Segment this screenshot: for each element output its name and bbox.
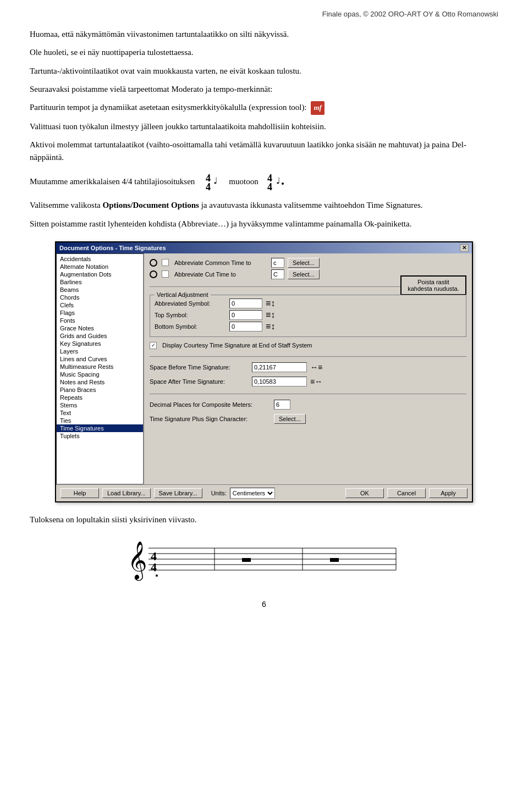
svg-rect-20 [330,558,339,562]
sidebar-item-fonts[interactable]: Fonts [57,317,143,324]
svg-text:4: 4 [151,560,157,574]
space-before-icon: ↔≡ [310,363,322,372]
sidebar-item-clefs[interactable]: Clefs [57,301,143,309]
display-courtesy-checkbox[interactable] [150,342,157,349]
ts-plus-sign-label: Time Signature Plus Sign Character: [150,416,271,422]
sidebar-item-alternate-notation[interactable]: Alternate Notation [57,263,143,270]
sidebar-item-barlines[interactable]: Barlines [57,278,143,286]
top-symbol-input[interactable] [229,310,262,320]
abbreviate-common-input[interactable] [271,258,284,268]
sidebar-item-repeats[interactable]: Repeats [57,394,143,401]
units-select[interactable]: Centimeters [230,488,275,499]
sidebar-item-text[interactable]: Text [57,409,143,417]
sidebar-item-layers[interactable]: Layers [57,347,143,355]
dialog-body: AccidentalsAlternate NotationAugmentatio… [56,253,472,484]
bottom-symbol-icon: ≡↕ [266,322,275,332]
dialog-sidebar[interactable]: AccidentalsAlternate NotationAugmentatio… [56,253,144,484]
sidebar-item-grids-and-guides[interactable]: Grids and Guides [57,332,143,340]
svg-text:𝄞: 𝄞 [128,542,147,581]
svg-text:♩: ♩ [213,176,218,185]
abbreviate-cut-checkbox[interactable] [162,270,169,278]
apply-button[interactable]: Apply [429,488,468,498]
dialog-title: Document Options - Time Signatures [59,245,166,251]
dialog-document-options: Document Options - Time Signatures ✕ Acc… [55,241,473,502]
cancel-button[interactable]: Cancel [387,488,426,498]
ok-button[interactable]: OK [345,488,384,498]
sidebar-item-time-signatures[interactable]: Time Signatures [57,424,143,432]
paragraph-4: Seuraavaksi poistamme vielä tarpeettomat… [30,83,498,96]
svg-text:4: 4 [267,181,272,191]
display-courtesy-row: Display Courtesy Time Signature at End o… [150,342,466,349]
sidebar-item-notes-and-rests[interactable]: Notes and Rests [57,378,143,386]
ts-plus-sign-select-btn[interactable]: Select... [274,414,306,424]
sidebar-item-augmentation-dots[interactable]: Augmentation Dots [57,270,143,278]
save-library-button[interactable]: Save Library... [154,488,202,498]
paragraph-7: Aktivoi molemmat tartuntalaatikot (vaiht… [30,139,498,164]
abbreviate-common-select-btn[interactable]: Select... [288,258,320,268]
abbreviate-common-label: Abbreviate Common Time to [174,259,268,266]
separator-3 [150,394,466,394]
decimal-places-label: Decimal Places for Composite Meters: [150,401,271,408]
svg-point-6 [282,183,284,185]
sidebar-item-ties[interactable]: Ties [57,417,143,424]
ts-plus-sign-row: Time Signature Plus Sign Character: Sele… [150,414,466,424]
sidebar-item-accidentals[interactable]: Accidentals [57,255,143,263]
bottom-symbol-input[interactable] [229,322,262,332]
space-after-input[interactable] [252,377,307,386]
space-after-row: Space After Time Signature: ≡↔ [150,377,466,386]
sidebar-item-grace-notes[interactable]: Grace Notes [57,324,143,332]
decimal-places-row: Decimal Places for Composite Meters: [150,400,466,410]
music-staff: 𝄞 4 4 [127,537,402,583]
paragraph-1: Huomaa, että näkymättömän viivastonimen … [30,28,498,41]
time-sig-mid-text: muotoon [229,177,258,186]
header-text: Finale opas, © 2002 ORO-ART OY & Otto Ro… [322,10,498,18]
abbreviated-symbol-icon: ≡↕ [266,299,275,308]
svg-rect-19 [242,558,251,562]
sidebar-item-key-signatures[interactable]: Key Signatures [57,340,143,347]
page-header: Finale opas, © 2002 ORO-ART OY & Otto Ro… [30,10,498,18]
dialog-footer: Help Load Library... Save Library... Uni… [56,484,472,501]
bottom-symbol-label: Bottom Symbol: [155,323,226,330]
vertical-adj-title: Vertical Adjustment [155,291,211,298]
time-sig-44-icon: 4 4 ♩ [204,172,221,191]
dialog-titlebar: Document Options - Time Signatures ✕ [56,242,472,253]
abbreviate-common-checkbox[interactable] [162,259,169,266]
space-before-input[interactable] [252,362,307,372]
dialog-close-button[interactable]: ✕ [460,244,469,252]
space-after-icon: ≡↔ [310,377,322,386]
abbreviate-common-circle [150,259,157,267]
dialog-main: Abbreviate Common Time to Select... Abbr… [144,253,472,484]
abbreviated-symbol-input[interactable] [229,299,262,308]
sidebar-item-lines-and-curves[interactable]: Lines and Curves [57,355,143,363]
sidebar-item-chords[interactable]: Chords [57,294,143,301]
top-symbol-label: Top Symbol: [155,312,226,318]
staff-svg: 𝄞 4 4 [127,537,402,581]
paragraph-3: Tartunta-/aktivointilaatikot ovat vain m… [30,65,498,78]
abbreviate-cut-input[interactable] [271,269,284,279]
sidebar-item-multimeasure-rests[interactable]: Multimeasure Rests [57,363,143,371]
top-symbol-icon: ≡↕ [266,310,275,320]
separator-2 [150,356,466,357]
sidebar-item-flags[interactable]: Flags [57,309,143,317]
callout-text: Poista rastit kahdesta ruudusta. [408,279,459,292]
abbreviate-cut-select-btn[interactable]: Select... [288,269,320,279]
decimal-places-input[interactable] [274,400,290,410]
sidebar-item-music-spacing[interactable]: Music Spacing [57,371,143,378]
sidebar-item-beams[interactable]: Beams [57,286,143,294]
space-after-label: Space After Time Signature: [150,378,249,385]
sidebar-item-piano-braces[interactable]: Piano Braces [57,386,143,394]
abbreviated-symbol-row: Abbreviated Symbol: ≡↕ [155,299,461,308]
help-button[interactable]: Help [61,488,99,498]
time-sig-row: Muutamme amerikkalaisen 4/4 tahtilajioso… [30,172,498,191]
sidebar-item-tuplets[interactable]: Tuplets [57,432,143,440]
time-sig-pre-text: Muutamme amerikkalaisen 4/4 tahtilajioso… [30,177,195,186]
svg-text:4: 4 [206,181,211,191]
vertical-adjustment-group: Vertical Adjustment Abbreviated Symbol: … [150,295,466,337]
sidebar-item-stems[interactable]: Stems [57,401,143,409]
svg-point-15 [156,575,158,577]
load-library-button[interactable]: Load Library... [102,488,151,498]
paragraph-10: Sitten poistamme rastit lyhenteiden kohd… [30,218,498,230]
bottom-symbol-row: Bottom Symbol: ≡↕ [155,322,461,332]
callout-box: Poista rastit kahdesta ruudusta. [400,275,466,295]
dialog-wrapper: Document Options - Time Signatures ✕ Acc… [30,241,498,502]
